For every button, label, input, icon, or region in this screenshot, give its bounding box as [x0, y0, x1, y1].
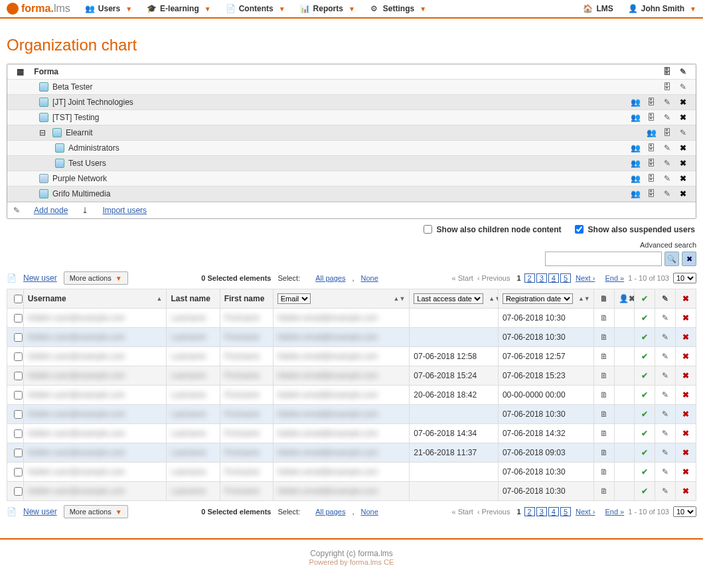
row-checkbox[interactable] — [7, 443, 24, 463]
registration-column-select[interactable]: Registration date — [503, 293, 573, 304]
edit-icon[interactable]: ✎ — [661, 98, 673, 107]
row-checkbox[interactable] — [7, 366, 24, 386]
pager-start[interactable]: « Start — [451, 508, 473, 516]
row-profile-button[interactable]: 🗎 — [593, 347, 614, 366]
page-size-select[interactable]: 10 — [673, 273, 696, 283]
row-checkbox[interactable] — [7, 424, 24, 443]
row-checkbox[interactable] — [7, 405, 24, 424]
show-suspended-toggle[interactable]: Show also suspended users — [572, 223, 695, 236]
tree-node[interactable]: Grifo Multimedia👥🗄✎✖ — [7, 186, 696, 202]
row-profile-button[interactable]: 🗎 — [593, 424, 614, 443]
pager-page[interactable]: 5 — [560, 273, 571, 283]
database-icon[interactable]: 🗄 — [645, 189, 657, 198]
menu-settings[interactable]: ⚙Settings▼ — [370, 4, 426, 13]
delete-icon[interactable]: ✖ — [677, 98, 689, 107]
database-icon[interactable]: 🗄 — [661, 128, 673, 137]
database-icon[interactable]: 🗄 — [645, 159, 657, 168]
last-access-column-select[interactable]: Last access date — [414, 293, 483, 304]
row-edit-button[interactable]: ✎ — [655, 386, 676, 405]
row-checkbox[interactable] — [7, 309, 24, 328]
row-delete-button[interactable]: ✖ — [676, 424, 696, 443]
user-menu[interactable]: 👤John Smith▼ — [628, 4, 696, 13]
users-icon[interactable]: 👥 — [629, 189, 641, 198]
pager-page[interactable]: 4 — [548, 273, 559, 283]
database-icon[interactable]: 🗄 — [661, 67, 673, 76]
collapse-icon[interactable]: ⊟ — [39, 128, 46, 137]
search-input[interactable] — [545, 252, 662, 266]
pager-page[interactable]: 1 — [516, 508, 520, 516]
row-assign-button[interactable] — [614, 328, 635, 347]
menu-elearning[interactable]: 🎓E-learning▼ — [147, 4, 211, 13]
table-row[interactable]: hidden-user@example.comLastnameFirstname… — [7, 424, 696, 443]
row-assign-button[interactable] — [614, 463, 635, 482]
table-row[interactable]: hidden-user@example.comLastnameFirstname… — [7, 386, 696, 405]
row-active-button[interactable]: ✔ — [635, 309, 655, 328]
new-user-link[interactable]: New user — [23, 273, 57, 283]
table-row[interactable]: hidden-user@example.comLastnameFirstname… — [7, 347, 696, 366]
pager-page[interactable]: 4 — [548, 507, 559, 516]
users-icon[interactable]: 👥 — [629, 98, 641, 107]
row-assign-button[interactable] — [614, 405, 635, 424]
row-active-button[interactable]: ✔ — [635, 424, 655, 443]
pager-page[interactable]: 2 — [524, 507, 535, 516]
database-icon[interactable]: 🗄 — [645, 143, 657, 153]
delete-icon[interactable]: ✖ — [677, 113, 689, 122]
edit-icon[interactable]: ✎ — [661, 174, 673, 183]
row-delete-button[interactable]: ✖ — [676, 482, 696, 501]
row-profile-button[interactable]: 🗎 — [593, 443, 614, 463]
tree-node[interactable]: Beta Tester🗄✎ — [7, 80, 696, 95]
menu-users[interactable]: 👥Users▼ — [85, 4, 132, 13]
database-icon[interactable]: 🗄 — [661, 82, 673, 92]
email-column-select[interactable]: Email — [277, 293, 311, 304]
row-checkbox[interactable] — [7, 463, 24, 482]
row-assign-button[interactable] — [614, 309, 635, 328]
row-edit-button[interactable]: ✎ — [655, 347, 676, 366]
show-children-toggle[interactable]: Show also children node content — [421, 223, 562, 236]
row-delete-button[interactable]: ✖ — [676, 347, 696, 366]
col-last-name[interactable]: Last name — [167, 289, 220, 309]
lms-link[interactable]: 🏠LMS — [583, 4, 613, 13]
row-edit-button[interactable]: ✎ — [655, 366, 676, 386]
edit-icon[interactable]: ✎ — [677, 82, 689, 92]
search-button[interactable]: 🔍 — [664, 252, 679, 266]
edit-icon[interactable]: ✎ — [677, 67, 689, 76]
add-node-link[interactable]: Add node — [34, 206, 68, 215]
pager-next[interactable]: Next › — [576, 274, 595, 282]
menu-reports[interactable]: 📊Reports▼ — [300, 4, 355, 13]
pager-end[interactable]: End » — [605, 508, 624, 516]
select-all-pages[interactable]: All pages — [315, 508, 345, 516]
pager-prev[interactable]: ‹ Previous — [477, 508, 510, 516]
database-icon[interactable]: 🗄 — [645, 113, 657, 122]
col-last-access[interactable]: Last access date▲▼ — [410, 289, 499, 309]
col-email[interactable]: Email▲▼ — [273, 289, 410, 309]
tree-node[interactable]: Purple Network👥🗄✎✖ — [7, 171, 696, 186]
tree-node[interactable]: [JT] Joint Technologies👥🗄✎✖ — [7, 95, 696, 110]
table-row[interactable]: hidden-user@example.comLastnameFirstname… — [7, 482, 696, 501]
row-profile-button[interactable]: 🗎 — [593, 405, 614, 424]
table-row[interactable]: hidden-user@example.comLastnameFirstname… — [7, 443, 696, 463]
database-icon[interactable]: 🗄 — [645, 174, 657, 183]
row-delete-button[interactable]: ✖ — [676, 463, 696, 482]
row-active-button[interactable]: ✔ — [635, 347, 655, 366]
row-edit-button[interactable]: ✎ — [655, 405, 676, 424]
pager-page[interactable]: 2 — [524, 273, 535, 283]
row-edit-button[interactable]: ✎ — [655, 309, 676, 328]
table-row[interactable]: hidden-user@example.comLastnameFirstname… — [7, 463, 696, 482]
col-registration[interactable]: Registration date▲▼ — [498, 289, 593, 309]
row-active-button[interactable]: ✔ — [635, 366, 655, 386]
row-edit-button[interactable]: ✎ — [655, 463, 676, 482]
pager-page[interactable]: 3 — [536, 273, 547, 283]
row-edit-button[interactable]: ✎ — [655, 328, 676, 347]
more-actions-button[interactable]: More actions ▼ — [64, 271, 128, 285]
row-profile-button[interactable]: 🗎 — [593, 386, 614, 405]
database-icon[interactable]: 🗄 — [645, 98, 657, 107]
row-active-button[interactable]: ✔ — [635, 405, 655, 424]
row-edit-button[interactable]: ✎ — [655, 482, 676, 501]
tree-node[interactable]: [TST] Testing👥🗄✎✖ — [7, 110, 696, 125]
table-row[interactable]: hidden-user@example.comLastnameFirstname… — [7, 328, 696, 347]
tree-root[interactable]: ▦ Forma 🗄 ✎ — [7, 64, 696, 80]
brand-logo[interactable]: forma.lms — [7, 3, 70, 15]
row-delete-button[interactable]: ✖ — [676, 328, 696, 347]
import-users-link[interactable]: Import users — [102, 206, 147, 215]
edit-icon[interactable]: ✎ — [677, 128, 689, 137]
